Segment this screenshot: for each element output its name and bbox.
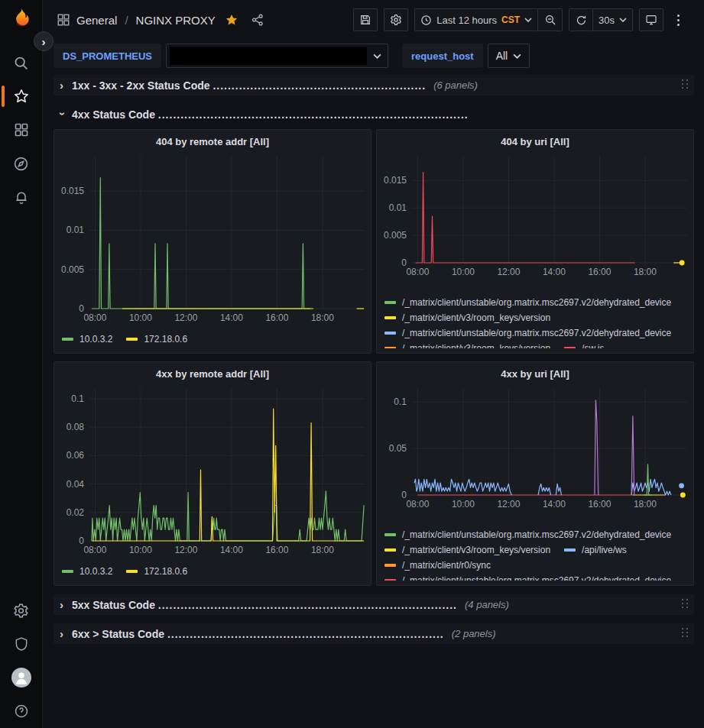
row-drag-handle[interactable] (682, 79, 689, 92)
grafana-logo[interactable] (8, 6, 34, 32)
series-line (631, 479, 671, 495)
y-tick-label: 0.04 (67, 479, 85, 490)
variable-value-ds-prometheus[interactable] (166, 44, 388, 68)
variable-selected-value: All (496, 50, 508, 62)
legend-swatch (384, 316, 396, 319)
series-line (92, 491, 364, 541)
share-icon[interactable] (251, 13, 264, 27)
panel-title[interactable]: 4xx by remote addr [All] (54, 365, 371, 383)
legend-item[interactable]: /_matrix/client/v3/room_keys/version (384, 542, 550, 558)
sidebar-item-explore[interactable] (0, 147, 43, 180)
row-title-dots: ........................................… (158, 599, 457, 611)
variable-value-request-host[interactable]: All (488, 44, 530, 68)
legend-item[interactable]: /_matrix/client/unstable/org.matrix.msc2… (384, 527, 671, 542)
legend-item[interactable]: /_matrix/client/r0/sync (384, 558, 491, 573)
panel-title[interactable]: 4xx by uri [All] (377, 365, 693, 383)
row-toggle-4xx[interactable]: › 4xx Status Code ......................… (54, 104, 694, 125)
legend-label: 172.18.0.6 (144, 334, 187, 345)
dashboard-settings-button[interactable] (384, 8, 408, 31)
series-line (538, 484, 550, 495)
y-tick-label: 0.015 (61, 186, 84, 196)
refresh-interval-dropdown[interactable]: 30s (593, 8, 633, 31)
series-line (556, 484, 561, 495)
toolbar: Last 12 hours CST 30s (353, 8, 687, 31)
panel-title[interactable]: 404 by remote addr [All] (54, 133, 371, 151)
panel-title[interactable]: 404 by uri [All] (377, 133, 693, 151)
time-series-chart[interactable]: 00.020.040.060.080.108:0010:0012:0014:00… (54, 383, 371, 561)
legend-item[interactable]: /_matrix/client/v3/room_keys/version (384, 310, 550, 325)
legend-item[interactable]: /_matrix/client/unstable/org.matrix.msc2… (384, 325, 671, 341)
y-tick-label: 0.08 (67, 422, 85, 432)
time-range-label: Last 12 hours (436, 15, 497, 26)
sidebar-item-dashboards[interactable] (0, 113, 43, 147)
legend-label: /_matrix/client/v3/room_keys/version (402, 343, 550, 348)
favorite-star-icon[interactable] (225, 13, 238, 27)
legend-item[interactable]: /_matrix/client/unstable/org.matrix.msc2… (384, 295, 671, 310)
sidebar-item-profile[interactable] (0, 661, 43, 694)
sidebar-item-help[interactable] (0, 694, 43, 728)
time-series-chart[interactable]: 00.0050.010.01508:0010:0012:0014:0016:00… (377, 151, 693, 283)
gear-icon (13, 603, 29, 619)
x-tick-label: 12:00 (497, 499, 520, 510)
chevron-down-icon (524, 18, 532, 22)
row-toggle-6xx[interactable]: › 6xx > Status Code ....................… (54, 623, 694, 644)
x-tick-label: 14:00 (220, 545, 243, 555)
chart-plot[interactable]: 00.020.040.060.080.108:0010:0012:0014:00… (54, 383, 371, 558)
save-dashboard-button[interactable] (353, 8, 378, 31)
panel-legend: /_matrix/client/unstable/org.matrix.msc2… (377, 527, 693, 581)
more-options-kebab-button[interactable] (670, 15, 687, 26)
legend-item[interactable]: /sw.js (564, 341, 604, 348)
refresh-interval-label: 30s (599, 15, 615, 26)
breadcrumb-dashboard-title[interactable]: NGINX PROXY (136, 14, 216, 27)
legend-item[interactable]: 10.0.3.2 (62, 332, 112, 347)
refresh-button[interactable] (569, 8, 593, 31)
legend-item[interactable]: 10.0.3.2 (62, 564, 112, 579)
search-icon (13, 55, 29, 71)
main-area: General / NGINX PROXY (43, 0, 704, 728)
sidebar-item-search[interactable] (0, 46, 43, 79)
legend-label: /sw.js (582, 343, 604, 348)
legend-swatch (384, 533, 396, 536)
sidebar-item-configuration[interactable] (0, 594, 43, 627)
legend-item[interactable]: /_matrix/client/unstable/org.matrix.msc2… (384, 573, 671, 581)
legend-item[interactable]: 172.18.0.6 (126, 564, 187, 579)
y-tick-label: 0.01 (389, 202, 407, 213)
legend-item[interactable]: /api/live/ws (564, 542, 627, 558)
breadcrumb-section[interactable]: General (76, 14, 117, 27)
person-icon (11, 668, 31, 688)
time-series-chart[interactable]: 00.050.108:0010:0012:0014:0016:0018:00 (377, 383, 693, 515)
variable-label-ds-prometheus[interactable]: DS_PROMETHEUS (54, 44, 161, 68)
legend-label: 172.18.0.6 (144, 566, 187, 577)
x-tick-label: 18:00 (311, 312, 334, 323)
sidebar-item-starred[interactable] (0, 79, 43, 113)
zoom-out-time-button[interactable] (538, 8, 563, 31)
sidebar-item-server-admin[interactable] (0, 627, 43, 661)
legend-swatch (126, 338, 138, 341)
x-tick-label: 14:00 (543, 499, 566, 510)
time-series-chart[interactable]: 00.0050.010.01508:0010:0012:0014:0016:00… (54, 151, 371, 328)
panels-grid: 404 by remote addr [All] 00.0050.010.015… (54, 129, 694, 586)
row-drag-handle[interactable] (682, 599, 689, 611)
row-toggle-5xx[interactable]: › 5xx Status Code ......................… (54, 594, 694, 615)
chart-plot[interactable]: 00.0050.010.01508:0010:0012:0014:0016:00… (54, 151, 371, 325)
tv-mode-button[interactable] (639, 8, 663, 31)
row-drag-handle[interactable] (682, 628, 689, 640)
sidebar-expand-button[interactable]: › (34, 31, 54, 51)
row-toggle-1xx-3xx-2xx[interactable]: › 1xx - 3xx - 2xx Status Code ..........… (54, 75, 694, 95)
chart-plot[interactable]: 00.050.108:0010:0012:0014:0016:0018:00 (377, 383, 693, 512)
row-title-dots: ........................................… (167, 628, 444, 640)
legend-item[interactable]: 172.18.0.6 (126, 332, 187, 347)
sidebar-item-alerting[interactable] (0, 180, 43, 214)
variables-bar: DS_PROMETHEUS request_host All (43, 40, 704, 72)
legend-item[interactable]: /_matrix/client/v3/room_keys/version (384, 341, 550, 348)
x-tick-label: 08:00 (83, 545, 106, 555)
x-tick-label: 12:00 (497, 267, 520, 277)
chart-plot[interactable]: 00.0050.010.01508:0010:0012:0014:0016:00… (377, 151, 693, 280)
variable-label-request-host[interactable]: request_host (402, 44, 483, 68)
legend-label: /_matrix/client/unstable/org.matrix.msc2… (402, 328, 671, 338)
time-range-picker[interactable]: Last 12 hours CST (414, 8, 538, 31)
star-icon (13, 88, 30, 105)
row-title: 1xx - 3xx - 2xx Status Code (72, 79, 210, 92)
panel-404-by-remote-addr: 404 by remote addr [All] 00.0050.010.015… (54, 129, 371, 354)
row-title-dots: ........................................… (158, 108, 469, 121)
